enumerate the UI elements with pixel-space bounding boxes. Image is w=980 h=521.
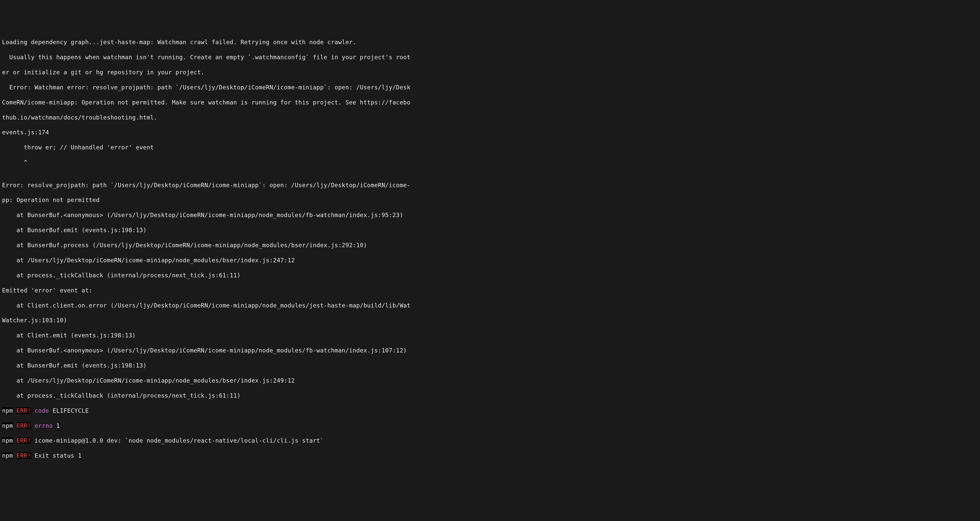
stack-trace-line: at /Users/ljy/Desktop/iComeRN/icome-mini… — [2, 377, 978, 384]
npm-label: npm — [2, 452, 13, 459]
output-line: pp: Operation not permitted — [2, 196, 978, 204]
stack-trace-line: Watcher.js:103:10) — [2, 317, 978, 324]
stack-trace-line: at BunserBuf.emit (events.js:198:13) — [2, 227, 978, 234]
err-value: icome-miniapp@1.0.0 dev: `node node_modu… — [35, 437, 324, 444]
err-key: code — [35, 407, 49, 414]
stack-trace-line: at process._tickCallback (internal/proce… — [2, 392, 978, 399]
npm-label: npm — [2, 437, 13, 444]
terminal-output[interactable]: Loading dependency graph...jest-haste-ma… — [2, 31, 978, 467]
npm-label: npm — [2, 423, 13, 429]
err-value: ELIFECYCLE — [52, 407, 89, 414]
stack-trace-line: at BunserBuf.emit (events.js:198:13) — [2, 362, 978, 369]
err-label: ERR! — [17, 452, 31, 459]
err-value: 1 — [56, 423, 60, 429]
output-line: Loading dependency graph...jest-haste-ma… — [2, 38, 978, 46]
stack-trace-line: at Client.client.on.error (/Users/ljy/De… — [2, 302, 978, 309]
output-line: er or initialize a git or hg repository … — [2, 69, 978, 76]
err-key: errno — [35, 423, 52, 429]
output-line: ^ — [2, 159, 978, 166]
err-value: Exit status 1 — [35, 452, 81, 459]
err-label: ERR! — [17, 437, 31, 444]
stack-trace-line: at BunserBuf.<anonymous> (/Users/ljy/Des… — [2, 211, 978, 219]
stack-trace-line: at BunserBuf.<anonymous> (/Users/ljy/Des… — [2, 347, 978, 354]
npm-error-line: npm ERR! code ELIFECYCLE — [2, 407, 978, 415]
output-line: throw er; // Unhandled 'error' event — [2, 144, 978, 151]
output-line: Error: Watchman error: resolve_projpath:… — [2, 84, 978, 91]
output-line: events.js:174 — [2, 129, 978, 136]
output-line: thub.io/watchman/docs/troubleshooting.ht… — [2, 114, 978, 121]
output-line: Error: resolve_projpath: path `/Users/lj… — [2, 181, 978, 189]
npm-error-line: npm ERR! icome-miniapp@1.0.0 dev: `node … — [2, 437, 978, 445]
output-line: Usually this happens when watchman isn't… — [2, 54, 978, 61]
output-line: Emitted 'error' event at: — [2, 287, 978, 294]
stack-trace-line: at BunserBuf.process (/Users/ljy/Desktop… — [2, 241, 978, 249]
err-label: ERR! — [17, 423, 31, 429]
output-line: ComeRN/icome-miniapp: Operation not perm… — [2, 99, 978, 106]
npm-error-line: npm ERR! errno 1 — [2, 422, 978, 430]
stack-trace-line: at /Users/ljy/Desktop/iComeRN/icome-mini… — [2, 257, 978, 264]
stack-trace-line: at process._tickCallback (internal/proce… — [2, 272, 978, 279]
stack-trace-line: at Client.emit (events.js:198:13) — [2, 332, 978, 339]
npm-label: npm — [2, 407, 13, 414]
npm-error-line: npm ERR! Exit status 1 — [2, 452, 978, 459]
err-label: ERR! — [17, 407, 31, 414]
